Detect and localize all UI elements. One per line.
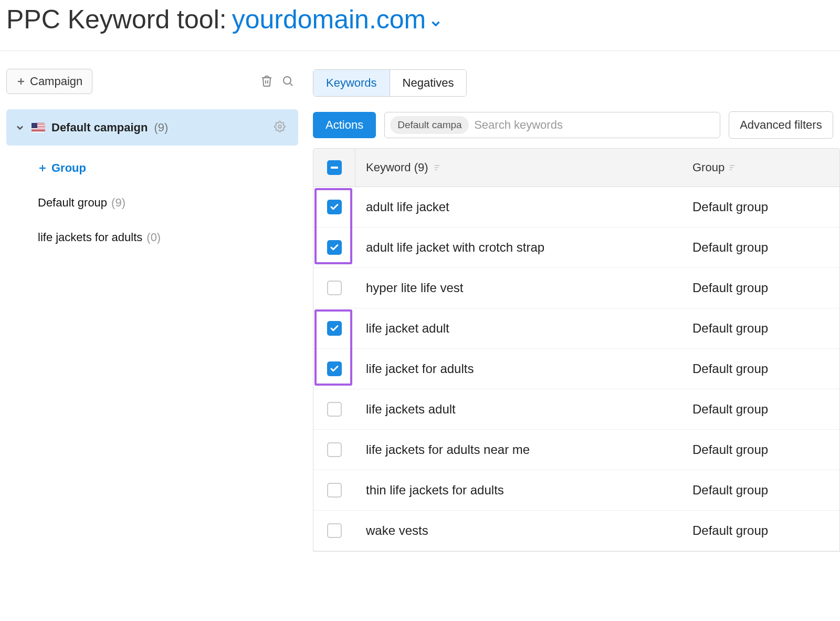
delete-button[interactable] (256, 70, 277, 93)
cell-keyword: adult life jacket (355, 187, 682, 227)
svg-rect-9 (435, 169, 437, 170)
cell-group[interactable]: Default group (682, 268, 839, 308)
table-row: thin life jackets for adultsDefault grou… (313, 470, 839, 511)
row-checkbox[interactable] (327, 402, 342, 417)
row-checkbox[interactable] (327, 442, 342, 457)
tab-keywords[interactable]: Keywords (313, 70, 390, 96)
group-label: Default group (38, 196, 107, 210)
cell-group[interactable]: Default group (682, 470, 839, 510)
cell-keyword: wake vests (355, 511, 682, 551)
campaign-count: (9) (154, 121, 168, 134)
tab-switch: Keywords Negatives (313, 69, 467, 97)
cell-group[interactable]: Default group (682, 389, 839, 429)
group-count: (0) (146, 231, 161, 244)
gear-icon (274, 121, 286, 132)
sidebar: Campaign Default campaign (9) Group (0, 69, 298, 552)
sort-icon (729, 163, 737, 172)
domain-selector[interactable]: yourdomain.com (232, 4, 443, 35)
cell-keyword: thin life jackets for adults (355, 470, 682, 510)
svg-rect-12 (730, 169, 732, 170)
advanced-filters-button[interactable]: Advanced filters (729, 111, 833, 139)
add-group-button[interactable]: Group (29, 151, 298, 185)
sort-icon (434, 163, 442, 172)
group-item[interactable]: Default group (9) (29, 185, 298, 220)
domain-label: yourdomain.com (232, 4, 426, 35)
row-checkbox[interactable] (327, 483, 342, 498)
col-group[interactable]: Group (682, 149, 839, 186)
row-checkbox[interactable] (327, 200, 342, 214)
row-checkbox[interactable] (327, 240, 342, 255)
group-item[interactable]: life jackets for adults (0) (29, 220, 298, 255)
sidebar-toolbar: Campaign (6, 69, 298, 94)
svg-rect-10 (730, 165, 734, 165)
filter-bar: Actions Default campa Advanced filters (313, 111, 840, 139)
cell-keyword: life jackets adult (355, 389, 682, 429)
group-count: (9) (111, 196, 125, 210)
campaign-node[interactable]: Default campaign (9) (6, 109, 298, 146)
col-keyword[interactable]: Keyword (9) (355, 149, 682, 186)
cell-keyword: adult life jacket with crotch strap (355, 227, 682, 267)
search-icon (281, 75, 294, 87)
col-group-label: Group (692, 161, 724, 174)
table-body: adult life jacketDefault groupadult life… (313, 187, 839, 551)
campaign-label: Default campaign (51, 121, 148, 134)
svg-rect-7 (435, 165, 439, 165)
table-row: life jackets adultDefault group (313, 389, 839, 430)
add-group-label: Group (51, 161, 86, 175)
page-title: PPC Keyword tool: yourdomain.com (6, 4, 834, 35)
page-header: PPC Keyword tool: yourdomain.com (0, 0, 840, 51)
add-campaign-label: Campaign (30, 75, 82, 88)
campaign-settings-button[interactable] (270, 117, 290, 138)
table-header: Keyword (9) Group (313, 149, 839, 187)
cell-keyword: life jacket for adults (355, 349, 682, 389)
cell-group[interactable]: Default group (682, 349, 839, 389)
cell-group[interactable]: Default group (682, 187, 839, 227)
actions-button[interactable]: Actions (313, 112, 376, 138)
row-checkbox[interactable] (327, 361, 342, 376)
table-row: adult life jacketDefault group (313, 187, 839, 227)
filter-chip[interactable]: Default campa (390, 116, 469, 134)
plus-icon (38, 163, 47, 173)
svg-rect-8 (435, 167, 438, 168)
col-keyword-label: Keyword (9) (366, 161, 428, 174)
chevron-down-icon (15, 122, 25, 133)
row-checkbox[interactable] (327, 321, 342, 336)
cell-keyword: life jacket adult (355, 308, 682, 348)
row-checkbox[interactable] (327, 523, 342, 538)
cell-group[interactable]: Default group (682, 511, 839, 551)
select-all-checkbox[interactable] (327, 160, 342, 175)
svg-rect-11 (730, 167, 733, 168)
svg-point-4 (278, 125, 281, 128)
cell-keyword: hyper lite life vest (355, 268, 682, 308)
table-row: life jackets for adults near meDefault g… (313, 430, 839, 470)
table-row: life jacket adultDefault group (313, 308, 839, 349)
table-row: hyper lite life vestDefault group (313, 268, 839, 308)
svg-point-2 (284, 77, 291, 84)
svg-line-3 (290, 83, 292, 85)
title-prefix: PPC Keyword tool: (6, 4, 227, 35)
table-row: adult life jacket with crotch strapDefau… (313, 227, 839, 268)
table-row: life jacket for adultsDefault group (313, 349, 839, 389)
cell-keyword: life jackets for adults near me (355, 430, 682, 470)
flag-us-icon (32, 123, 45, 132)
group-label: life jackets for adults (38, 231, 142, 244)
search-input[interactable] (474, 118, 715, 132)
chevron-down-icon (429, 17, 443, 30)
search-wrap[interactable]: Default campa (384, 112, 720, 138)
keywords-table: Keyword (9) Group adult life jacketDefau… (313, 148, 840, 552)
plus-icon (16, 77, 26, 86)
cell-group[interactable]: Default group (682, 227, 839, 267)
table-row: wake vestsDefault group (313, 511, 839, 551)
add-campaign-button[interactable]: Campaign (6, 69, 92, 94)
row-checkbox[interactable] (327, 281, 342, 295)
campaign-groups-list: Group Default group (9) life jackets for… (6, 151, 298, 255)
cell-group[interactable]: Default group (682, 308, 839, 348)
trash-icon (260, 75, 273, 87)
tab-negatives[interactable]: Negatives (390, 70, 467, 96)
sidebar-search-button[interactable] (277, 70, 298, 93)
main-panel: Keywords Negatives Actions Default campa… (298, 69, 840, 552)
cell-group[interactable]: Default group (682, 430, 839, 470)
